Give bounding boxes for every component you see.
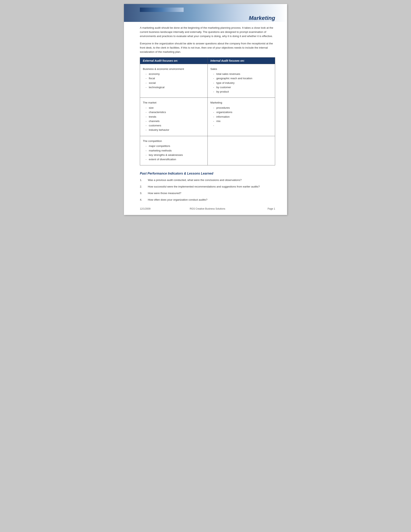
row1-col2: Sales total sales revenues geographic re… xyxy=(207,64,275,98)
questions-list: 1. Was a previous audit conducted, what … xyxy=(144,178,275,202)
footer-company: RGS Creative Business Solutions xyxy=(190,207,225,210)
list-item: 3. How were those measured? xyxy=(144,191,275,195)
title-line1: Marketing xyxy=(249,15,275,21)
title-block: Marketing Audit Checklist xyxy=(249,15,275,22)
page-footer: 12/1/2009 RGS Creative Business Solution… xyxy=(140,207,275,210)
list-item: customers xyxy=(145,124,205,128)
row1-col1-list: economy fiscal social technological xyxy=(145,72,205,90)
row3-col1-list: major competitors marketing methods key … xyxy=(145,144,205,162)
list-item: type of industry xyxy=(213,81,272,85)
table-row: Business & economic environment economy … xyxy=(140,64,275,98)
row1-col2-list: total sales revenues geographic reach an… xyxy=(213,72,272,94)
row3-col1: The competition major competitors market… xyxy=(140,136,208,165)
page: Marketing Audit Checklist A marketing au… xyxy=(124,4,287,215)
row3-col2 xyxy=(207,136,275,165)
row2-col2: Marketing procedures organizations infor… xyxy=(207,98,275,136)
col1-header: External Audit focuses on: xyxy=(140,57,208,64)
row1-col1-title: Business & economic environment xyxy=(143,67,205,71)
list-item: total sales revenues xyxy=(213,72,272,76)
list-item xyxy=(213,124,272,128)
row2-col2-title: Marketing xyxy=(210,101,272,105)
list-item: geographic reach and location xyxy=(213,76,272,81)
list-item: technological xyxy=(145,85,205,90)
past-performance-heading: Past Performance Indicators & Lessons Le… xyxy=(140,172,275,175)
list-item: fiscal xyxy=(145,76,205,81)
intro-paragraph-1: A marketing audit should be done at the … xyxy=(140,26,275,38)
question-2: How successful were the implemented reco… xyxy=(148,185,260,188)
table-row: The market size characteristics trends c… xyxy=(140,98,275,136)
question-1: Was a previous audit conducted, what wer… xyxy=(148,179,242,181)
list-item: extent of diversification xyxy=(145,157,205,162)
footer-date: 12/1/2009 xyxy=(140,207,150,210)
row2-col1: The market size characteristics trends c… xyxy=(140,98,208,136)
page-title: Marketing Audit Checklist xyxy=(249,15,275,22)
list-item: mix xyxy=(213,119,272,124)
header-banner: Marketing Audit Checklist xyxy=(124,4,287,22)
question-4: How often does your organization conduct… xyxy=(148,198,207,201)
list-item: economy xyxy=(145,72,205,76)
content-area: A marketing audit should be done at the … xyxy=(124,22,287,212)
header-stripe xyxy=(140,8,184,12)
list-item: industry behavior xyxy=(145,128,205,132)
intro-paragraph-2: Everyone in the organization should be a… xyxy=(140,42,275,54)
table-row: The competition major competitors market… xyxy=(140,136,275,165)
row3-col1-title: The competition xyxy=(143,139,205,143)
list-item: key strengths & weaknesses xyxy=(145,153,205,157)
list-item: trends xyxy=(145,115,205,119)
audit-table: External Audit focuses on: Internal Audi… xyxy=(140,57,275,166)
list-item: by customer xyxy=(213,85,272,90)
list-item: size xyxy=(145,106,205,110)
row2-col1-list: size characteristics trends channels cus… xyxy=(145,106,205,132)
list-item: 2. How successful were the implemented r… xyxy=(144,185,275,189)
title-line2: Audit xyxy=(261,21,275,22)
list-item: 4. How often does your organization cond… xyxy=(144,198,275,202)
list-item: characteristics xyxy=(145,110,205,114)
row1-col2-title: Sales xyxy=(210,67,272,71)
list-item: organizations xyxy=(213,110,272,114)
question-3: How were those measured? xyxy=(148,192,181,195)
list-item: by product xyxy=(213,90,272,94)
col2-header: Internal Audit focuses on: xyxy=(207,57,275,64)
list-item: information xyxy=(213,115,272,119)
row2-col2-list: procedures organizations information mix xyxy=(213,106,272,128)
footer-page: Page 1 xyxy=(268,207,275,210)
list-item: social xyxy=(145,81,205,85)
list-item: major competitors xyxy=(145,144,205,148)
list-item: marketing methods xyxy=(145,149,205,153)
list-item: procedures xyxy=(213,106,272,110)
list-item: 1. Was a previous audit conducted, what … xyxy=(144,178,275,182)
row1-col1: Business & economic environment economy … xyxy=(140,64,208,98)
list-item: channels xyxy=(145,119,205,124)
row2-col1-title: The market xyxy=(143,101,205,105)
